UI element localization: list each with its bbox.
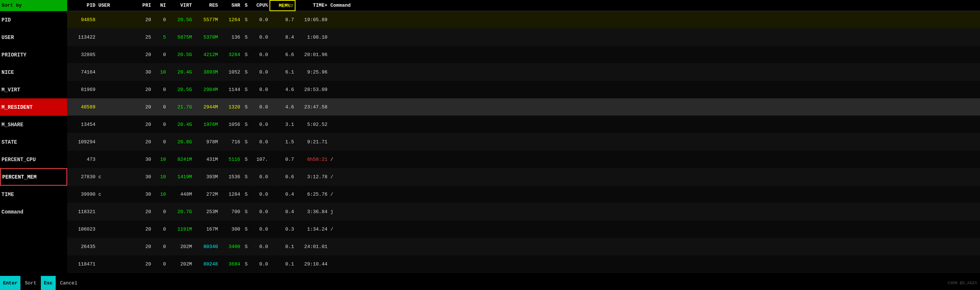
cell-pid: 39990	[67, 191, 97, 197]
cell-virt: 21.7G	[167, 104, 193, 110]
sort-menu-item-m_share[interactable]: M_SHARE	[0, 116, 67, 133]
cell-pri: 20	[134, 261, 153, 267]
cell-ni: 0	[153, 226, 167, 232]
cell-ni: 10	[153, 174, 167, 180]
main-container: Sort by PID USER PRI NI VIRT RES SHR S C…	[0, 0, 980, 290]
enter-key[interactable]: Enter	[0, 276, 21, 290]
cell-cpu: 0.0	[249, 52, 269, 57]
cell-s: S	[242, 139, 249, 145]
main-area: PIDUSERPRIORITYNICEM_VIRTM_RESIDENTM_SHA…	[0, 11, 980, 276]
footer: Enter Sort Esc Cancel CSDN @S_AGZX	[0, 276, 980, 290]
cell-virt: 20.5G	[167, 17, 193, 23]
cell-mem: 0.4	[269, 191, 296, 197]
cell-shr: 3684	[220, 261, 242, 267]
cell-s: S	[242, 244, 249, 250]
cell-virt: 8241M	[167, 157, 193, 162]
cell-res: 2944M	[193, 104, 220, 110]
col-cpu: CPU%	[249, 0, 269, 11]
cell-ni: 0	[153, 17, 167, 23]
cell-cpu: 0.0	[249, 261, 269, 267]
cell-shr: 1052	[220, 69, 242, 75]
cell-s: S	[242, 174, 249, 180]
cell-mem: 0.6	[269, 174, 296, 180]
table-row: 118471200202M802483684S0.00.129:10.44	[67, 255, 980, 273]
cell-ni: 10	[153, 69, 167, 75]
sort-menu-item-priority[interactable]: PRIORITY	[0, 46, 67, 64]
table-row: 4858920021.7G2944M1320S0.04.623:47.58	[67, 99, 980, 116]
cell-time: 9:25.96	[296, 69, 329, 75]
cell-pri: 20	[134, 244, 153, 250]
cell-res: 978M	[193, 139, 220, 145]
cell-time: 6:25.76	[296, 191, 329, 197]
cell-mem: 3.1	[269, 122, 296, 127]
cell-cpu: 0.0	[249, 69, 269, 75]
cell-shr: 3284	[220, 52, 242, 57]
sort-menu-item-nice[interactable]: NICE	[0, 64, 67, 81]
cell-cpu: 0.0	[249, 244, 269, 250]
cell-s: S	[242, 17, 249, 23]
cell-virt: 202M	[167, 261, 193, 267]
cell-shr: 3400	[220, 244, 242, 250]
cell-mem: 6.1	[269, 69, 296, 75]
table-row: 1345420020.4G1976M1056S0.03.15:02.52	[67, 116, 980, 133]
cell-pid: 109294	[67, 139, 97, 145]
cell-virt: 20.4G	[167, 122, 193, 127]
sort-menu-item-percent_mem[interactable]: PERCENT_MEM	[0, 168, 67, 186]
cell-s: S	[242, 226, 249, 232]
cell-cpu: 0.0	[249, 104, 269, 110]
cell-shr: 1320	[220, 104, 242, 110]
col-pri: PRI	[134, 0, 153, 11]
cell-pid: 13454	[67, 122, 97, 127]
cell-pri: 20	[134, 209, 153, 215]
table-row: 8196920020.5G2984M1144S0.04.628:53.09	[67, 81, 980, 99]
cell-virt: 5875M	[167, 35, 193, 40]
cell-virt: 20.8G	[167, 139, 193, 145]
cell-user: c	[97, 191, 134, 197]
cell-res: 2984M	[193, 87, 220, 92]
cell-res: 5577M	[193, 17, 220, 23]
col-user: USER	[97, 0, 134, 11]
cell-pri: 20	[134, 122, 153, 127]
cell-virt: 20.5G	[167, 87, 193, 92]
cell-pid: 26435	[67, 244, 97, 250]
cell-ni: 0	[153, 87, 167, 92]
sort-menu-item-state[interactable]: STATE	[0, 133, 67, 151]
cell-s: S	[242, 209, 249, 215]
cell-cpu: 0.0	[249, 174, 269, 180]
cell-command: /	[329, 174, 980, 180]
cell-shr: 1144	[220, 87, 242, 92]
cell-res: 3893M	[193, 69, 220, 75]
sort-menu-item-pid[interactable]: PID	[0, 11, 67, 29]
cell-shr: 1284	[220, 191, 242, 197]
cell-pid: 106023	[67, 226, 97, 232]
sort-menu-item-m_virt[interactable]: M_VIRT	[0, 81, 67, 99]
cell-s: S	[242, 157, 249, 162]
sort-menu-item-percent_cpu[interactable]: PERCENT_CPU	[0, 151, 67, 168]
cell-shr: 1056	[220, 122, 242, 127]
watermark: CSDN @S_AGZX	[948, 281, 980, 285]
cell-mem: 4.6	[269, 87, 296, 92]
sort-menu-item-command[interactable]: Command	[0, 203, 67, 221]
esc-key[interactable]: Esc	[41, 276, 55, 290]
cell-time: 19:05.89	[296, 17, 329, 23]
col-res: RES	[193, 0, 220, 11]
cell-shr: 716	[220, 139, 242, 145]
cell-pid: 27830	[67, 174, 97, 180]
sort-menu-item-user[interactable]: USER	[0, 29, 67, 46]
cell-time: 20:01.96	[296, 52, 329, 57]
cell-mem: 0.1	[269, 261, 296, 267]
sort-menu-item-time[interactable]: TIME	[0, 186, 67, 203]
cell-pid: 118321	[67, 209, 97, 215]
cell-time: 3:36.84	[296, 209, 329, 215]
cell-shr: 300	[220, 226, 242, 232]
cell-s: S	[242, 69, 249, 75]
table-row: 11832120020.7G253M700S0.00.43:36.84j	[67, 203, 980, 221]
cell-shr: 1264	[220, 17, 242, 23]
cell-virt: 20.7G	[167, 209, 193, 215]
footer-esc-item: Esc Cancel	[41, 276, 82, 290]
cell-pri: 20	[134, 226, 153, 232]
cell-s: S	[242, 122, 249, 127]
cell-time: 24:01.01	[296, 244, 329, 250]
cell-res: 167M	[193, 226, 220, 232]
sort-menu-item-m_resident[interactable]: M_RESIDENT	[0, 99, 67, 116]
